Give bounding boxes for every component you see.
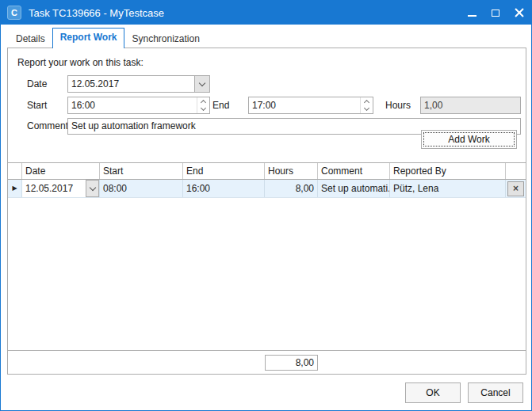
delete-row-button[interactable]: × bbox=[507, 181, 524, 196]
grid-empty-area bbox=[8, 198, 526, 350]
comment-label: Comment bbox=[27, 118, 68, 135]
window-controls bbox=[460, 1, 531, 25]
end-value: 17:00 bbox=[252, 100, 276, 111]
chevron-down-icon bbox=[201, 105, 206, 111]
row-date-dropdown-button[interactable] bbox=[86, 180, 99, 197]
start-label: Start bbox=[27, 97, 47, 114]
date-label: Date bbox=[27, 75, 47, 93]
end-spin-down-button[interactable] bbox=[361, 105, 373, 113]
minimize-icon bbox=[468, 15, 477, 17]
app-icon: C bbox=[7, 6, 21, 20]
grid-header-comment[interactable]: Comment bbox=[318, 163, 390, 179]
row-start-cell[interactable]: 08:00 bbox=[100, 180, 183, 197]
row-end-cell[interactable]: 16:00 bbox=[183, 180, 265, 197]
start-time-spinner[interactable]: 16:00 bbox=[67, 97, 210, 114]
row-hours-cell[interactable]: 8,00 bbox=[265, 180, 318, 197]
row-reported-by-cell[interactable]: Pütz, Lena bbox=[390, 180, 506, 197]
table-row[interactable]: ▶ 12.05.2017 08:00 16:00 8,00 Set up aut… bbox=[8, 180, 526, 198]
chevron-down-icon bbox=[364, 105, 369, 111]
grid-header-reported-by[interactable]: Reported By bbox=[390, 163, 506, 179]
tab-strip: Details Report Work Synchronization bbox=[9, 28, 207, 48]
grid-header-actions bbox=[506, 163, 526, 179]
tab-synchronization[interactable]: Synchronization bbox=[124, 30, 206, 48]
comment-value: Set up automation framework bbox=[71, 120, 196, 131]
end-spin-buttons bbox=[360, 97, 373, 113]
start-spin-buttons bbox=[197, 97, 209, 113]
end-label: End bbox=[212, 97, 229, 114]
grid-header-hours[interactable]: Hours bbox=[265, 163, 318, 179]
close-icon bbox=[515, 8, 524, 17]
report-prompt-label: Report your work on this task: bbox=[17, 57, 144, 68]
date-combobox[interactable]: 12.05.2017 bbox=[67, 75, 210, 93]
report-work-panel: Report your work on this task: Date 12.0… bbox=[7, 48, 526, 375]
end-time-spinner[interactable]: 17:00 bbox=[248, 97, 373, 114]
row-date-editor[interactable]: 12.05.2017 bbox=[22, 180, 100, 197]
hours-field: 1,00 bbox=[420, 97, 521, 114]
work-entries-grid: Date Start End Hours Comment Reported By… bbox=[8, 162, 526, 374]
maximize-button[interactable] bbox=[484, 1, 507, 25]
total-hours-summary: 8,00 bbox=[265, 355, 318, 371]
tab-details[interactable]: Details bbox=[9, 30, 52, 48]
delete-icon: × bbox=[513, 182, 519, 195]
maximize-icon bbox=[492, 10, 499, 17]
ok-button[interactable]: OK bbox=[405, 382, 461, 403]
chevron-down-icon bbox=[199, 79, 205, 86]
title-bar[interactable]: C Task TC139666 - MyTestcase bbox=[1, 1, 531, 25]
date-dropdown-button[interactable] bbox=[194, 76, 209, 92]
row-indicator-icon: ▶ bbox=[12, 180, 17, 197]
hours-value: 1,00 bbox=[424, 100, 442, 111]
grid-header-indicator bbox=[8, 163, 22, 179]
start-spin-up-button[interactable] bbox=[197, 97, 209, 105]
row-indicator-cell: ▶ bbox=[8, 180, 22, 197]
grid-header-end[interactable]: End bbox=[183, 163, 265, 179]
grid-header-date[interactable]: Date bbox=[22, 163, 100, 179]
row-date-value: 12.05.2017 bbox=[25, 180, 73, 197]
add-work-button[interactable]: Add Work bbox=[421, 130, 517, 149]
start-spin-down-button[interactable] bbox=[197, 105, 209, 113]
row-comment-cell[interactable]: Set up automati... bbox=[318, 180, 390, 197]
tab-report-work[interactable]: Report Work bbox=[52, 28, 125, 48]
date-value: 12.05.2017 bbox=[71, 78, 119, 89]
cancel-button[interactable]: Cancel bbox=[468, 382, 523, 403]
start-value: 16:00 bbox=[71, 100, 95, 111]
hours-label: Hours bbox=[385, 97, 411, 114]
row-actions-cell: × bbox=[506, 180, 526, 197]
chevron-down-icon bbox=[89, 184, 95, 190]
end-spin-up-button[interactable] bbox=[361, 97, 373, 105]
grid-header-row: Date Start End Hours Comment Reported By bbox=[8, 163, 526, 180]
grid-summary-footer: 8,00 bbox=[8, 350, 526, 374]
grid-header-start[interactable]: Start bbox=[100, 163, 183, 179]
close-button[interactable] bbox=[507, 1, 531, 25]
task-dialog-window: C Task TC139666 - MyTestcase Details Rep… bbox=[0, 0, 532, 411]
minimize-button[interactable] bbox=[460, 1, 484, 25]
window-title: Task TC139666 - MyTestcase bbox=[29, 7, 164, 19]
